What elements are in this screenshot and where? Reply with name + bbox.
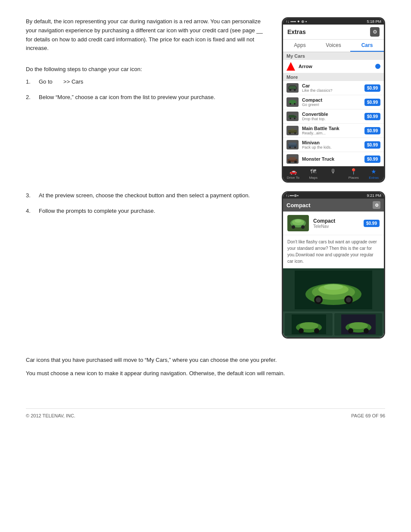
arrow-info: Arrow	[299, 64, 372, 69]
nav-maps[interactable]: 🗺 Maps	[303, 168, 324, 180]
nav-extras-label: Extras	[369, 176, 379, 180]
places-icon: 📍	[350, 168, 357, 175]
svg-point-22	[301, 225, 305, 229]
step-2-num: 2.	[26, 93, 39, 102]
car-info-0: Car Like the classics?	[302, 83, 361, 93]
step-4: 4. Follow the prompts to complete your p…	[26, 207, 269, 215]
phone-mockup-1: ↑↓ ▪▪▪▪ ✦ ⊕ ▪ 5:18 PM Extras ⚙ Apps V	[282, 17, 385, 183]
car-row-5[interactable]: Monster Truck $0.99	[283, 152, 384, 166]
price-btn-1[interactable]: $0.99	[364, 99, 380, 106]
compact-title: Compact	[286, 202, 311, 208]
mic-icon: 🎙	[330, 168, 336, 175]
middle-section: 3. At the preview screen, choose the che…	[26, 191, 385, 339]
compact-description: Don't like flashy cars but want an upgra…	[283, 235, 384, 268]
step-1: 1. Go to >> Cars	[26, 78, 269, 86]
car-desc-0: Like the classics?	[302, 88, 361, 93]
phone-screen-1: ↑↓ ▪▪▪▪ ✦ ⊕ ▪ 5:18 PM Extras ⚙ Apps V	[283, 19, 384, 181]
svg-point-10	[294, 132, 296, 134]
tab-cars[interactable]: Cars	[350, 40, 384, 52]
svg-point-31	[346, 297, 351, 302]
text-column: By default, the icon representing your c…	[26, 17, 269, 183]
car-row-0[interactable]: Car Like the classics? $0.99	[283, 81, 384, 95]
compact-gear-button[interactable]: ⚙	[373, 201, 380, 209]
step-4-text: Follow the prompts to complete your purc…	[39, 207, 269, 215]
step-2: 2. Below “More,” choose a car icon from …	[26, 93, 269, 102]
compact-price-button[interactable]: $0.99	[364, 220, 380, 227]
tab-bar-1: Apps Voices Cars	[283, 40, 384, 52]
tab-voices[interactable]: Voices	[317, 40, 350, 52]
car-desc-4: Pack up the kids.	[302, 145, 361, 149]
car-name-4: Minivan	[302, 140, 361, 145]
car-info-4: Minivan Pack up the kids.	[302, 140, 361, 149]
nav-extras[interactable]: ★ Extras	[364, 168, 384, 180]
compact-header: Compact ⚙	[283, 199, 384, 212]
step-2-text: Below “More,” choose a car icon from the…	[39, 93, 269, 102]
phone-mockup-2: ↑↓▪▪▪⊕▪ 9:21 PM Compact ⚙	[282, 191, 385, 339]
step-1-text: Go to >> Cars	[39, 78, 269, 86]
drive-to-icon: 🚗	[290, 168, 297, 175]
arrow-name: Arrow	[299, 64, 372, 69]
bottom-text-2: You must choose a new icon to make it ap…	[26, 369, 385, 378]
svg-point-9	[289, 132, 291, 134]
svg-point-4	[294, 103, 296, 105]
nav-drive-to-label: Drive To	[287, 176, 299, 180]
car-row-4[interactable]: Minivan Pack up the kids. $0.99	[283, 138, 384, 152]
nav-drive-to[interactable]: 🚗 Drive To	[283, 168, 303, 180]
price-btn-3[interactable]: $0.99	[364, 127, 380, 134]
car-name-5: Monster Truck	[302, 156, 361, 162]
svg-point-21	[292, 225, 295, 229]
car-name-1: Compact	[302, 97, 361, 103]
compact-car-image	[287, 215, 309, 231]
more-label: More	[283, 73, 384, 81]
tab-apps[interactable]: Apps	[283, 40, 317, 52]
car-row-3[interactable]: Main Battle Tank Ready...aim... $0.99	[283, 124, 384, 138]
top-section: By default, the icon representing your c…	[26, 17, 385, 183]
svg-point-37	[314, 328, 319, 333]
extras-icon: ★	[371, 168, 377, 175]
svg-point-5	[290, 118, 291, 119]
svg-point-1	[294, 89, 296, 91]
extras-header: Extras ⚙	[283, 25, 384, 40]
svg-point-30	[316, 297, 321, 302]
price-btn-5[interactable]: $0.99	[364, 156, 380, 163]
price-btn-2[interactable]: $0.99	[364, 113, 380, 120]
status-icons-1: ↑↓ ▪▪▪▪ ✦ ⊕ ▪	[286, 19, 307, 24]
car-row-2[interactable]: Convertible Drop that top. $0.99	[283, 109, 384, 124]
status-icons-2: ↑↓▪▪▪⊕▪	[286, 193, 299, 198]
thumb-2[interactable]	[334, 313, 382, 336]
car-icon-1	[286, 97, 299, 107]
car-name-0: Car	[302, 83, 361, 88]
svg-point-42	[364, 328, 369, 333]
steps-list-2: 3. At the preview screen, choose the che…	[26, 191, 269, 215]
step-4-num: 4.	[26, 207, 39, 215]
car-icon-0	[286, 83, 299, 93]
car-name-2: Convertible	[302, 112, 361, 117]
step-3: 3. At the preview screen, choose the che…	[26, 191, 269, 200]
svg-point-36	[299, 328, 304, 333]
extras-title: Extras	[287, 28, 306, 35]
thumb-1[interactable]	[285, 313, 333, 336]
car-desc-1: Go green!	[302, 103, 361, 107]
price-btn-4[interactable]: $0.99	[364, 141, 380, 149]
nav-mic[interactable]: 🎙	[324, 168, 344, 180]
step-1-num: 1.	[26, 78, 39, 86]
gear-button[interactable]: ⚙	[370, 27, 380, 37]
maps-icon: 🗺	[310, 168, 316, 175]
price-btn-0[interactable]: $0.99	[364, 84, 380, 92]
nav-places[interactable]: 📍 Places	[343, 168, 364, 180]
bottom-text-1: Car icons that you have purchased will m…	[26, 356, 385, 365]
nav-places-label: Places	[349, 176, 359, 180]
status-bar-1: ↑↓ ▪▪▪▪ ✦ ⊕ ▪ 5:18 PM	[283, 19, 384, 25]
car-info-2: Convertible Drop that top.	[302, 112, 361, 121]
arrow-row: Arrow	[283, 60, 384, 73]
compact-info-row: Compact TeleNav $0.99	[283, 212, 384, 235]
svg-point-14	[294, 146, 296, 148]
step-3-text: At the preview screen, choose the checko…	[39, 191, 269, 200]
car-desc-2: Drop that top.	[302, 117, 361, 121]
svg-rect-8	[291, 129, 294, 131]
svg-rect-12	[289, 143, 296, 145]
red-arrow-icon	[286, 62, 295, 71]
compact-brand: TeleNav	[313, 224, 359, 229]
car-row-1[interactable]: Compact Go green! $0.99	[283, 95, 384, 109]
car-icon-3	[286, 126, 299, 135]
